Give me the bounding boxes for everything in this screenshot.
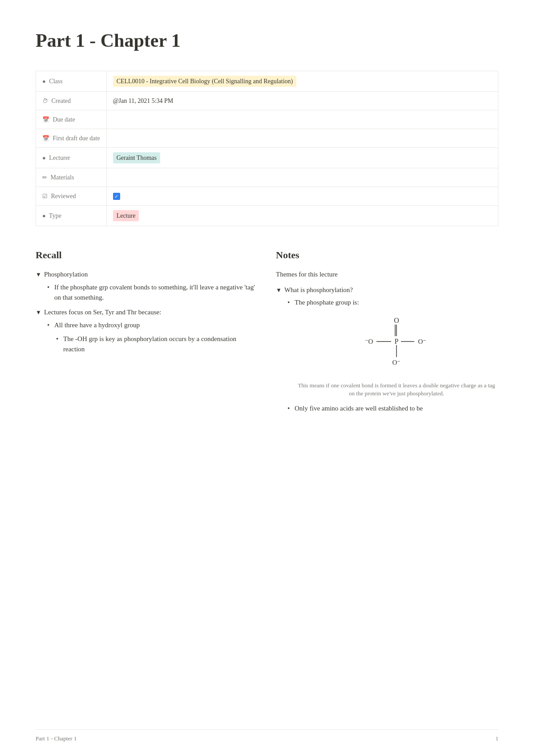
toggle-label-what-is: What is phosphorylation? [284, 285, 353, 295]
lecturer-value: Geraint Thomas [113, 152, 160, 163]
phosphorylation-bullet-1: If the phosphate grp covalent bonds to s… [45, 282, 258, 303]
notes-column: Notes Themes for this lecture ▼ What is … [276, 248, 498, 418]
page-footer: Part 1 - Chapter 1 1 [36, 729, 498, 743]
svg-text:O: O [394, 317, 399, 324]
lectures-bullets: All three have a hydroxyl group The -OH … [45, 320, 258, 355]
page-title: Part 1 - Chapter 1 [36, 27, 498, 55]
lectures-bullet-1: All three have a hydroxyl group The -OH … [45, 320, 258, 355]
notes-heading: Notes [276, 248, 498, 262]
meta-row-type: ● Type Lecture [36, 206, 498, 226]
phosphate-diagram: O P ⁻O O⁻ [295, 315, 498, 377]
meta-row-materials: ✏ Materials [36, 168, 498, 187]
metadata-table: ● Class CELL0010 - Integrative Cell Biol… [36, 71, 498, 226]
svg-text:O⁻: O⁻ [418, 338, 427, 345]
toggle-phosphorylation[interactable]: ▼ Phosphorylation If the phosphate grp c… [36, 269, 258, 303]
class-value: CELL0010 - Integrative Cell Biology (Cel… [113, 76, 297, 87]
toggle-label-phosphorylation: Phosphorylation [44, 269, 88, 280]
content-area: Recall ▼ Phosphorylation If the phosphat… [36, 248, 498, 418]
type-value: Lecture [113, 210, 139, 221]
type-label: Type [49, 212, 61, 219]
reviewed-icon: ☑ [42, 192, 48, 201]
meta-row-class: ● Class CELL0010 - Integrative Cell Biol… [36, 71, 498, 92]
materials-icon: ✏ [42, 173, 47, 182]
what-is-bullets: The phosphate group is: O P [286, 297, 498, 398]
first-draft-icon: 📅 [42, 134, 49, 143]
toggle-lectures-focus[interactable]: ▼ Lectures focus on Ser, Tyr and Thr bec… [36, 307, 258, 354]
meta-row-due-date: 📅 Due date [36, 110, 498, 129]
toggle-content-what-is: The phosphate group is: O P [276, 297, 498, 414]
reviewed-checkbox[interactable]: ✓ [113, 193, 120, 200]
due-date-icon: 📅 [42, 115, 49, 124]
toggle-what-is-phosphorylation[interactable]: ▼ What is phosphorylation? The phosphate… [276, 285, 498, 414]
toggle-arrow-lectures: ▼ [36, 308, 41, 317]
meta-row-reviewed: ☑ Reviewed ✓ [36, 187, 498, 206]
class-icon: ● [42, 77, 46, 86]
toggle-arrow-what-is: ▼ [276, 286, 282, 295]
first-draft-label: First draft due date [53, 135, 100, 142]
created-label: Created [52, 98, 71, 104]
lectures-nested-bullet-1: The -OH grp is key as phosphorylation oc… [54, 334, 258, 355]
created-icon: ⏱ [42, 97, 48, 106]
toggle-content-lectures: All three have a hydroxyl group The -OH … [36, 320, 258, 355]
type-icon: ● [42, 211, 46, 220]
toggle-content-phosphorylation: If the phosphate grp covalent bonds to s… [36, 282, 258, 303]
due-date-label: Due date [53, 116, 75, 123]
recall-column: Recall ▼ Phosphorylation If the phosphat… [36, 248, 258, 359]
lecturer-label: Lecturer [49, 154, 70, 161]
svg-text:P: P [395, 337, 399, 345]
reviewed-label: Reviewed [51, 193, 76, 199]
phosphate-group-bullet: The phosphate group is: O P [286, 297, 498, 398]
footer-left: Part 1 - Chapter 1 [36, 734, 77, 743]
svg-text:O⁻: O⁻ [392, 359, 401, 366]
toggle-arrow-phosphorylation: ▼ [36, 270, 41, 279]
lectures-nested-bullets: The -OH grp is key as phosphorylation oc… [54, 334, 258, 355]
meta-row-first-draft: 📅 First draft due date [36, 129, 498, 148]
toggle-label-lectures: Lectures focus on Ser, Tyr and Thr becau… [44, 307, 162, 317]
created-value: @Jan 11, 2021 5:34 PM [113, 98, 174, 104]
notes-intro: Themes for this lecture [276, 269, 498, 280]
amino-acids-bullet: Only five amino acids are well establish… [286, 403, 498, 414]
diagram-caption: This means if one covalent bond is forme… [295, 382, 498, 398]
meta-row-created: ⏱ Created @Jan 11, 2021 5:34 PM [36, 92, 498, 110]
class-label: Class [49, 78, 62, 85]
recall-heading: Recall [36, 248, 258, 262]
footer-right: 1 [496, 734, 499, 743]
phosphorylation-bullets: If the phosphate grp covalent bonds to s… [45, 282, 258, 303]
svg-text:⁻O: ⁻O [365, 338, 373, 345]
meta-row-lecturer: ● Lecturer Geraint Thomas [36, 148, 498, 168]
phosphate-diagram-svg: O P ⁻O O⁻ [356, 315, 437, 377]
lecturer-icon: ● [42, 154, 46, 163]
materials-label: Materials [51, 174, 74, 181]
extra-bullets: Only five amino acids are well establish… [286, 403, 498, 414]
